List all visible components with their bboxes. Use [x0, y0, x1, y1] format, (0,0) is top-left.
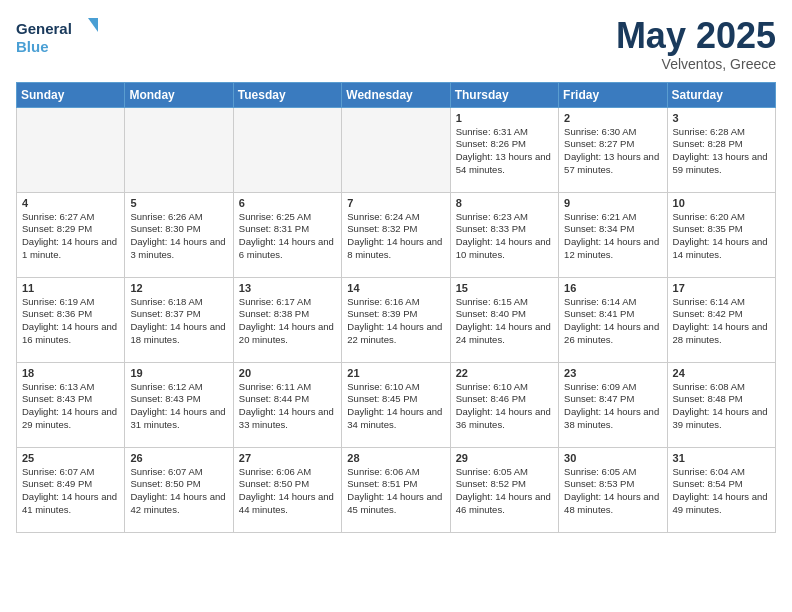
day-header-wednesday: Wednesday [342, 82, 450, 107]
cell-details: Sunrise: 6:08 AM Sunset: 8:48 PM Dayligh… [673, 381, 770, 432]
logo-svg: General Blue [16, 16, 106, 60]
calendar-cell: 14Sunrise: 6:16 AM Sunset: 8:39 PM Dayli… [342, 277, 450, 362]
calendar-cell: 19Sunrise: 6:12 AM Sunset: 8:43 PM Dayli… [125, 362, 233, 447]
calendar-cell: 30Sunrise: 6:05 AM Sunset: 8:53 PM Dayli… [559, 447, 667, 532]
week-row-5: 25Sunrise: 6:07 AM Sunset: 8:49 PM Dayli… [17, 447, 776, 532]
day-number: 1 [456, 112, 553, 124]
calendar-cell: 6Sunrise: 6:25 AM Sunset: 8:31 PM Daylig… [233, 192, 341, 277]
calendar-cell: 5Sunrise: 6:26 AM Sunset: 8:30 PM Daylig… [125, 192, 233, 277]
cell-details: Sunrise: 6:05 AM Sunset: 8:52 PM Dayligh… [456, 466, 553, 517]
calendar-cell: 27Sunrise: 6:06 AM Sunset: 8:50 PM Dayli… [233, 447, 341, 532]
calendar-cell: 26Sunrise: 6:07 AM Sunset: 8:50 PM Dayli… [125, 447, 233, 532]
cell-details: Sunrise: 6:05 AM Sunset: 8:53 PM Dayligh… [564, 466, 661, 517]
week-row-4: 18Sunrise: 6:13 AM Sunset: 8:43 PM Dayli… [17, 362, 776, 447]
cell-details: Sunrise: 6:26 AM Sunset: 8:30 PM Dayligh… [130, 211, 227, 262]
calendar-cell: 17Sunrise: 6:14 AM Sunset: 8:42 PM Dayli… [667, 277, 775, 362]
week-row-2: 4Sunrise: 6:27 AM Sunset: 8:29 PM Daylig… [17, 192, 776, 277]
month-title: May 2025 [616, 16, 776, 56]
cell-details: Sunrise: 6:06 AM Sunset: 8:50 PM Dayligh… [239, 466, 336, 517]
day-header-thursday: Thursday [450, 82, 558, 107]
day-number: 22 [456, 367, 553, 379]
calendar-cell: 13Sunrise: 6:17 AM Sunset: 8:38 PM Dayli… [233, 277, 341, 362]
page-header: General Blue May 2025 Velventos, Greece [16, 16, 776, 72]
cell-details: Sunrise: 6:31 AM Sunset: 8:26 PM Dayligh… [456, 126, 553, 177]
cell-details: Sunrise: 6:17 AM Sunset: 8:38 PM Dayligh… [239, 296, 336, 347]
cell-details: Sunrise: 6:14 AM Sunset: 8:41 PM Dayligh… [564, 296, 661, 347]
cell-details: Sunrise: 6:11 AM Sunset: 8:44 PM Dayligh… [239, 381, 336, 432]
day-header-monday: Monday [125, 82, 233, 107]
calendar-cell: 10Sunrise: 6:20 AM Sunset: 8:35 PM Dayli… [667, 192, 775, 277]
calendar-cell: 2Sunrise: 6:30 AM Sunset: 8:27 PM Daylig… [559, 107, 667, 192]
calendar-cell: 28Sunrise: 6:06 AM Sunset: 8:51 PM Dayli… [342, 447, 450, 532]
week-row-1: 1Sunrise: 6:31 AM Sunset: 8:26 PM Daylig… [17, 107, 776, 192]
cell-details: Sunrise: 6:12 AM Sunset: 8:43 PM Dayligh… [130, 381, 227, 432]
day-number: 21 [347, 367, 444, 379]
cell-details: Sunrise: 6:07 AM Sunset: 8:49 PM Dayligh… [22, 466, 119, 517]
calendar-cell: 4Sunrise: 6:27 AM Sunset: 8:29 PM Daylig… [17, 192, 125, 277]
logo: General Blue [16, 16, 106, 60]
cell-details: Sunrise: 6:16 AM Sunset: 8:39 PM Dayligh… [347, 296, 444, 347]
day-number: 28 [347, 452, 444, 464]
day-number: 29 [456, 452, 553, 464]
cell-details: Sunrise: 6:19 AM Sunset: 8:36 PM Dayligh… [22, 296, 119, 347]
calendar-cell: 23Sunrise: 6:09 AM Sunset: 8:47 PM Dayli… [559, 362, 667, 447]
day-number: 30 [564, 452, 661, 464]
day-number: 23 [564, 367, 661, 379]
day-number: 14 [347, 282, 444, 294]
calendar-table: SundayMondayTuesdayWednesdayThursdayFrid… [16, 82, 776, 533]
calendar-cell: 15Sunrise: 6:15 AM Sunset: 8:40 PM Dayli… [450, 277, 558, 362]
day-number: 9 [564, 197, 661, 209]
calendar-cell: 11Sunrise: 6:19 AM Sunset: 8:36 PM Dayli… [17, 277, 125, 362]
day-number: 2 [564, 112, 661, 124]
day-number: 6 [239, 197, 336, 209]
cell-details: Sunrise: 6:10 AM Sunset: 8:46 PM Dayligh… [456, 381, 553, 432]
day-number: 15 [456, 282, 553, 294]
calendar-cell: 31Sunrise: 6:04 AM Sunset: 8:54 PM Dayli… [667, 447, 775, 532]
cell-details: Sunrise: 6:13 AM Sunset: 8:43 PM Dayligh… [22, 381, 119, 432]
calendar-cell: 8Sunrise: 6:23 AM Sunset: 8:33 PM Daylig… [450, 192, 558, 277]
cell-details: Sunrise: 6:24 AM Sunset: 8:32 PM Dayligh… [347, 211, 444, 262]
cell-details: Sunrise: 6:25 AM Sunset: 8:31 PM Dayligh… [239, 211, 336, 262]
day-number: 20 [239, 367, 336, 379]
day-number: 24 [673, 367, 770, 379]
svg-marker-1 [88, 18, 98, 32]
week-row-3: 11Sunrise: 6:19 AM Sunset: 8:36 PM Dayli… [17, 277, 776, 362]
day-number: 4 [22, 197, 119, 209]
calendar-cell [125, 107, 233, 192]
day-number: 18 [22, 367, 119, 379]
day-header-sunday: Sunday [17, 82, 125, 107]
day-number: 8 [456, 197, 553, 209]
day-number: 31 [673, 452, 770, 464]
cell-details: Sunrise: 6:21 AM Sunset: 8:34 PM Dayligh… [564, 211, 661, 262]
cell-details: Sunrise: 6:28 AM Sunset: 8:28 PM Dayligh… [673, 126, 770, 177]
day-header-saturday: Saturday [667, 82, 775, 107]
cell-details: Sunrise: 6:09 AM Sunset: 8:47 PM Dayligh… [564, 381, 661, 432]
cell-details: Sunrise: 6:27 AM Sunset: 8:29 PM Dayligh… [22, 211, 119, 262]
calendar-cell [233, 107, 341, 192]
calendar-cell: 18Sunrise: 6:13 AM Sunset: 8:43 PM Dayli… [17, 362, 125, 447]
calendar-cell: 24Sunrise: 6:08 AM Sunset: 8:48 PM Dayli… [667, 362, 775, 447]
calendar-cell: 29Sunrise: 6:05 AM Sunset: 8:52 PM Dayli… [450, 447, 558, 532]
calendar-header-row: SundayMondayTuesdayWednesdayThursdayFrid… [17, 82, 776, 107]
day-number: 26 [130, 452, 227, 464]
location-subtitle: Velventos, Greece [616, 56, 776, 72]
cell-details: Sunrise: 6:10 AM Sunset: 8:45 PM Dayligh… [347, 381, 444, 432]
day-number: 25 [22, 452, 119, 464]
day-number: 16 [564, 282, 661, 294]
calendar-cell: 21Sunrise: 6:10 AM Sunset: 8:45 PM Dayli… [342, 362, 450, 447]
day-number: 3 [673, 112, 770, 124]
cell-details: Sunrise: 6:18 AM Sunset: 8:37 PM Dayligh… [130, 296, 227, 347]
calendar-cell: 3Sunrise: 6:28 AM Sunset: 8:28 PM Daylig… [667, 107, 775, 192]
day-header-friday: Friday [559, 82, 667, 107]
cell-details: Sunrise: 6:20 AM Sunset: 8:35 PM Dayligh… [673, 211, 770, 262]
calendar-cell [17, 107, 125, 192]
cell-details: Sunrise: 6:30 AM Sunset: 8:27 PM Dayligh… [564, 126, 661, 177]
svg-text:Blue: Blue [16, 38, 49, 55]
calendar-cell: 7Sunrise: 6:24 AM Sunset: 8:32 PM Daylig… [342, 192, 450, 277]
cell-details: Sunrise: 6:06 AM Sunset: 8:51 PM Dayligh… [347, 466, 444, 517]
day-number: 5 [130, 197, 227, 209]
cell-details: Sunrise: 6:07 AM Sunset: 8:50 PM Dayligh… [130, 466, 227, 517]
day-number: 7 [347, 197, 444, 209]
day-number: 17 [673, 282, 770, 294]
calendar-cell: 9Sunrise: 6:21 AM Sunset: 8:34 PM Daylig… [559, 192, 667, 277]
